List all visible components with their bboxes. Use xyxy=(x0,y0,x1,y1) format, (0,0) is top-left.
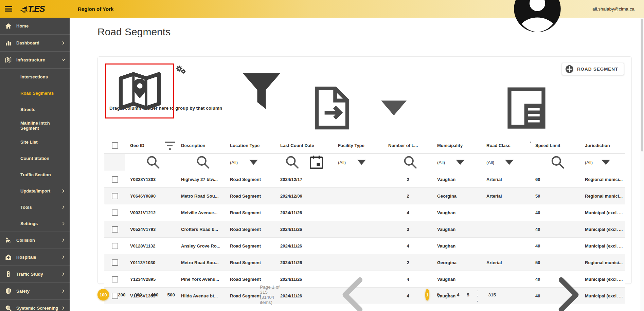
table-row[interactable]: Y0113Y1030 Metro Road Sou... Road Segmen… xyxy=(104,254,625,271)
sidebar-item-traffic-study[interactable]: Traffic Study xyxy=(0,266,70,282)
header-filter-icon[interactable] xyxy=(208,137,225,153)
page-size-200[interactable]: 200 xyxy=(118,292,126,297)
sidebar-item-collision[interactable]: Collision xyxy=(0,232,70,249)
map-view-button[interactable] xyxy=(108,66,172,116)
sidebar-item-update-import[interactable]: Update/Import xyxy=(0,183,70,199)
select-all-checkbox[interactable] xyxy=(112,142,118,149)
calendar-icon[interactable] xyxy=(304,154,328,171)
table-row[interactable]: V0128V1132 Ansley Grove Ro... Road Segme… xyxy=(104,238,625,254)
scrollbar-thumb[interactable] xyxy=(641,19,643,151)
cell-facility-type xyxy=(333,254,383,271)
page-size-400[interactable]: 400 xyxy=(151,292,159,297)
page-2[interactable]: 2 xyxy=(437,292,440,297)
cell-last-count-date: 2024/11/26 xyxy=(275,204,333,221)
user-menu[interactable]: ali.shalaby@cima.ca xyxy=(486,0,644,34)
filter-location-type[interactable]: (All) xyxy=(225,154,275,171)
cell-number-of-lanes: 2 xyxy=(383,171,432,187)
sidebar-item-traffic-section[interactable]: Traffic Section xyxy=(0,166,70,183)
column-header-facility-type[interactable]: Facility Type xyxy=(333,137,383,153)
sidebar-item-settings[interactable]: Settings xyxy=(0,215,70,232)
row-checkbox[interactable] xyxy=(112,276,118,282)
filter-municipality[interactable]: (All) xyxy=(432,154,482,171)
sidebar-item-road-segments[interactable]: Road Segments xyxy=(0,85,70,101)
filter-number-of-lanes[interactable] xyxy=(383,154,432,171)
sidebar-item-count-station[interactable]: Count Station xyxy=(0,150,70,166)
page-5[interactable]: 5 xyxy=(467,292,469,297)
page-3[interactable]: 3 xyxy=(447,292,449,297)
sidebar-item-streets[interactable]: Streets xyxy=(0,101,70,117)
user-avatar-icon[interactable] xyxy=(486,0,588,34)
filter-speed-limit[interactable] xyxy=(531,154,580,171)
next-page-icon[interactable] xyxy=(503,269,632,311)
header-filter-icon[interactable] xyxy=(147,137,176,153)
column-header-jurisdiction[interactable]: Jurisdiction xyxy=(580,137,625,153)
previous-page-icon[interactable] xyxy=(289,269,418,311)
row-checkbox[interactable] xyxy=(112,176,118,183)
sidebar-item-mainline-intch-segment[interactable]: Mainline Intch Segment xyxy=(0,117,70,134)
filter-description[interactable] xyxy=(176,154,225,171)
filter-jurisdiction[interactable]: (All) xyxy=(580,154,625,171)
sidebar-item-safety[interactable]: Safety xyxy=(0,283,70,299)
vertical-scrollbar[interactable] xyxy=(640,18,644,311)
hamburger-menu-icon[interactable] xyxy=(5,5,12,13)
sidebar-item-infrastructure[interactable]: Infrastructure xyxy=(0,52,70,68)
column-header-road-class[interactable]: Road Class xyxy=(482,137,531,153)
page-1[interactable]: 1 xyxy=(425,289,429,300)
table-row[interactable]: Y0646Y0890 Metro Road Sou... Road Segmen… xyxy=(104,188,625,204)
cell-geo-id: Y0113Y1030 xyxy=(125,254,176,271)
header-filter-icon[interactable] xyxy=(563,137,580,153)
sidebar-item-systemic-screening[interactable]: Systemic Screening xyxy=(0,300,70,311)
sidebar-item-hospitals[interactable]: Hospitals xyxy=(0,249,70,266)
column-chooser-button[interactable] xyxy=(433,83,620,133)
header-filter-icon[interactable] xyxy=(262,137,275,153)
filter-button[interactable] xyxy=(190,65,334,116)
table-row[interactable]: V0524V1793 Crofters Road b... Road Segme… xyxy=(104,221,625,238)
sidebar-item-site-list[interactable]: Site List xyxy=(0,134,70,150)
sidebar-item-tools[interactable]: Tools xyxy=(0,199,70,215)
sidebar-item-dashboard[interactable]: Dashboard xyxy=(0,35,70,51)
add-road-segment-button[interactable]: ROAD SEGMENT xyxy=(562,63,624,75)
filter-road-class[interactable]: (All) xyxy=(482,154,531,171)
sidebar-item-intersections[interactable]: Intersections xyxy=(0,69,70,85)
top-bar: T.ES Region of York ali.shalaby@cima.ca xyxy=(0,0,644,18)
table-row[interactable]: Y0328Y1303 Highway 27 btw... Road Segmen… xyxy=(104,171,625,188)
column-header-last-count-date[interactable]: Last Count Date xyxy=(275,137,333,153)
filter-last-count-date[interactable] xyxy=(275,154,333,171)
main-content: Road Segments ROAD SEGMENT Drag a column… xyxy=(70,18,644,311)
page-size-300[interactable]: 300 xyxy=(135,292,142,297)
filter-facility-type[interactable]: (All) xyxy=(333,154,383,171)
sidebar-item-home[interactable]: Home xyxy=(0,18,70,34)
column-header-location-type[interactable]: Location Type xyxy=(225,137,275,153)
filter-geo-id[interactable] xyxy=(125,154,176,171)
user-email: ali.shalaby@cima.ca xyxy=(592,6,634,12)
caret-down-icon xyxy=(494,154,524,171)
column-header-speed-limit[interactable]: Speed Limit xyxy=(531,137,580,153)
cell-facility-type xyxy=(333,238,383,254)
column-header-municipality[interactable]: Municipality xyxy=(432,137,482,153)
column-header-geo-id[interactable]: Geo ID xyxy=(125,137,176,153)
page-size-500[interactable]: 500 xyxy=(167,292,175,297)
header-filter-icon[interactable] xyxy=(465,137,482,153)
cell-speed-limit: 50 xyxy=(531,188,580,204)
cell-geo-id: Y1234V2895 xyxy=(125,271,176,287)
page-315[interactable]: 315 xyxy=(488,292,496,297)
header-filter-icon[interactable] xyxy=(420,137,432,153)
row-checkbox[interactable] xyxy=(112,209,118,216)
row-checkbox[interactable] xyxy=(112,226,118,233)
table-row[interactable]: V0031V1212 Melville Avenue... Road Segme… xyxy=(104,204,625,221)
grid-settings-button[interactable] xyxy=(176,65,183,76)
header-filter-icon[interactable] xyxy=(367,137,383,153)
column-header-description[interactable]: Description xyxy=(176,137,225,153)
page-4[interactable]: 4 xyxy=(457,292,460,297)
cell-description: Crofters Road b... xyxy=(176,221,225,237)
row-checkbox[interactable] xyxy=(112,259,118,266)
header-filter-icon[interactable] xyxy=(513,137,531,153)
cell-municipality: Georgina xyxy=(432,188,482,204)
shield-icon xyxy=(5,288,12,295)
column-header-number-of-lanes[interactable]: Number of L... xyxy=(383,137,432,153)
search-icon xyxy=(280,154,304,171)
header-filter-icon[interactable] xyxy=(612,137,625,153)
row-checkbox[interactable] xyxy=(112,243,118,249)
page-size-100[interactable]: 100 xyxy=(97,289,109,300)
row-checkbox[interactable] xyxy=(112,193,118,199)
